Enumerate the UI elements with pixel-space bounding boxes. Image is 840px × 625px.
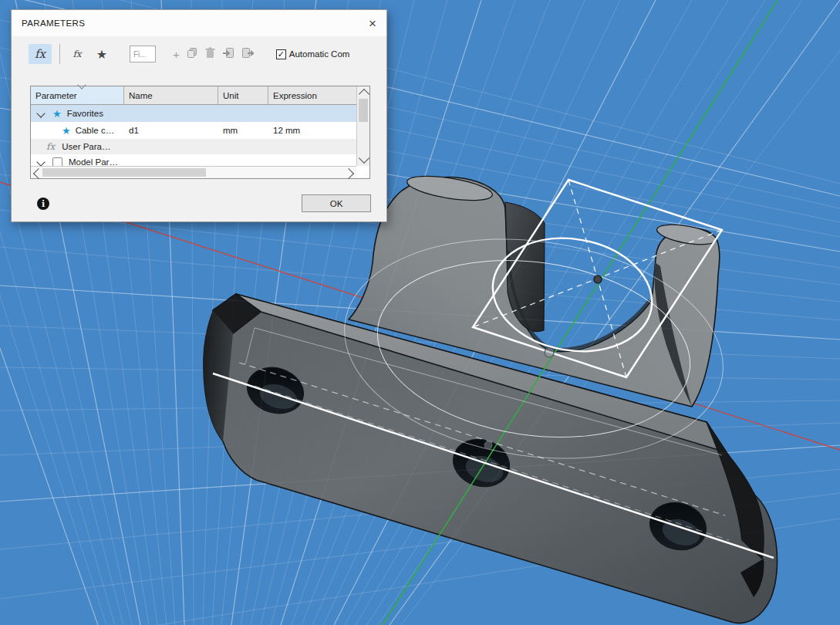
- name-cell[interactable]: d1: [124, 122, 218, 139]
- copy-icon[interactable]: [187, 47, 198, 62]
- user-parameter-toggle-button[interactable]: fx: [29, 44, 52, 64]
- sketch-center-point[interactable]: [594, 275, 602, 283]
- parameter-name-cell: Cable c…: [76, 126, 115, 135]
- user-parameters-group-row[interactable]: fx User Para…: [31, 139, 356, 154]
- favorites-group-label: Favorites: [67, 109, 103, 118]
- expression-cell[interactable]: 12 mm: [268, 122, 356, 139]
- ok-button[interactable]: OK: [302, 194, 371, 212]
- horizontal-scrollbar[interactable]: [31, 166, 356, 178]
- chevron-down-icon[interactable]: [36, 157, 45, 166]
- fx-group-icon: fx: [46, 141, 55, 152]
- dialog-footer: i OK: [12, 188, 386, 221]
- dialog-toolbar: fx fx ★ + ✓: [12, 36, 386, 72]
- favorite-parameter-row[interactable]: ★ Cable c… d1 mm 12 mm: [31, 122, 356, 139]
- app-stage: PARAMETERS × fx fx ★ +: [0, 0, 840, 625]
- dialog-titlebar[interactable]: PARAMETERS ×: [12, 10, 386, 36]
- show-all-parameters-button[interactable]: fx: [66, 44, 88, 64]
- sketch-origin-point[interactable]: [545, 348, 554, 357]
- vertical-scrollbar[interactable]: [356, 86, 369, 166]
- table-body: ★ Favorites ★ Cable c… d1 mm 12 mm fx Us…: [31, 105, 356, 166]
- column-header-expression[interactable]: Expression: [268, 86, 369, 104]
- checkbox-checked-icon[interactable]: ✓: [276, 49, 286, 59]
- scroll-down-icon[interactable]: [359, 153, 369, 164]
- close-icon[interactable]: ×: [369, 17, 376, 30]
- parameters-dialog: PARAMETERS × fx fx ★ +: [11, 9, 387, 222]
- toolbar-separator: [59, 44, 60, 64]
- info-icon[interactable]: i: [37, 198, 49, 210]
- horizontal-scroll-thumb[interactable]: [42, 168, 206, 177]
- model-parameters-group-row[interactable]: Model Par…: [31, 154, 356, 166]
- import-icon[interactable]: [222, 47, 234, 62]
- filter-input[interactable]: [130, 46, 156, 62]
- model-parameters-label: Model Par…: [69, 157, 118, 166]
- scroll-up-icon[interactable]: [359, 89, 369, 100]
- favorites-star-icon: ★: [52, 109, 62, 119]
- scroll-right-icon[interactable]: [343, 168, 354, 179]
- unit-cell: mm: [218, 122, 268, 139]
- parameters-table: Parameter Name Unit Expression ★ Favorit…: [30, 86, 370, 179]
- vertical-scroll-thumb[interactable]: [359, 99, 368, 122]
- favorite-star-icon[interactable]: ★: [62, 126, 71, 136]
- dialog-title: PARAMETERS: [22, 19, 85, 28]
- column-header-unit[interactable]: Unit: [218, 86, 268, 104]
- star-icon: ★: [96, 47, 107, 62]
- favorites-filter-button[interactable]: ★: [93, 44, 111, 64]
- cube-icon: [52, 157, 62, 167]
- person-icon: [79, 56, 86, 62]
- add-parameter-icon[interactable]: +: [173, 48, 180, 61]
- delete-icon[interactable]: [205, 47, 215, 62]
- favorites-group-row[interactable]: ★ Favorites: [31, 105, 356, 122]
- automatic-compute-toggle[interactable]: ✓ Automatic Com: [276, 49, 386, 59]
- user-parameters-label: User Para…: [62, 142, 110, 151]
- fx-icon: fx: [35, 47, 46, 61]
- column-header-name[interactable]: Name: [124, 86, 218, 104]
- column-header-parameter[interactable]: Parameter: [31, 86, 124, 104]
- chevron-down-icon[interactable]: [36, 109, 45, 117]
- automatic-compute-label: Automatic Com: [289, 49, 350, 59]
- export-icon[interactable]: [241, 47, 254, 62]
- sketch-midpoint-marker[interactable]: [484, 441, 492, 449]
